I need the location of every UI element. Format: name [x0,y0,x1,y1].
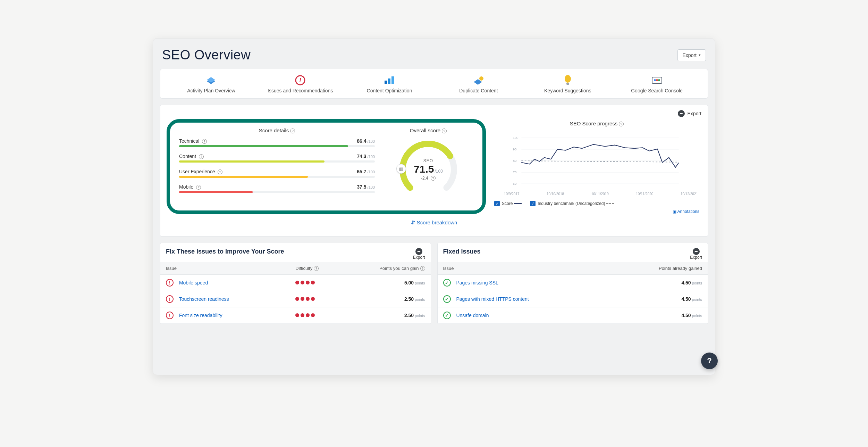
tab-label: Keyword Suggestions [525,88,610,93]
help-icon[interactable]: ? [442,129,447,133]
issue-link[interactable]: Pages missing SSL [456,280,498,285]
table-row: ✓ Pages with mixed HTTPS content 4.50poi… [438,291,708,307]
seo-progress-chart: 10090807060 [494,131,699,190]
tab-label: Duplicate Content [436,88,521,93]
activity-plan-icon [169,74,254,86]
tab-label: Content Optimization [347,88,432,93]
checkbox-icon[interactable]: ✓ [530,201,536,206]
x-tick: 10/9/2017 [504,192,520,196]
bar-fill [179,160,325,163]
col-issue: Issue [443,266,616,271]
check-icon: ✓ [443,279,451,287]
help-icon[interactable]: ? [431,176,436,181]
score-breakdown-link[interactable]: ⇵ Score breakdown [411,220,457,225]
x-axis-labels: 10/9/201710/10/201810/11/201910/11/20201… [494,191,699,196]
bar-track [179,191,375,193]
help-icon[interactable]: ? [619,122,624,126]
card-export[interactable]: ➦ Export [690,248,702,260]
bar-track [179,145,375,147]
help-icon[interactable]: ? [420,266,425,271]
help-icon[interactable]: ? [202,139,207,144]
benchmark-line [521,161,679,162]
points-cell: 4.50points [616,280,702,285]
fix-issues-card: Fix These Issues to Improve Your Score ➦… [160,243,431,324]
bar-value: 65.7/100 [357,169,375,174]
progress-heading: SEO Score progress? [494,121,699,126]
help-icon[interactable]: ? [290,129,295,133]
issue-link[interactable]: Pages with mixed HTTPS content [456,296,529,302]
tab-label: Activity Plan Overview [169,88,254,93]
copies-icon [436,74,521,86]
bar-label: Content ? [179,154,204,159]
legend-score[interactable]: ✓Score [494,201,522,206]
export-label: Export [683,52,697,58]
score-bar-row: User Experience ? 65.7/100 [179,169,375,178]
issues-icon: ! [258,74,343,86]
bar-label: Technical ? [179,138,207,144]
export-shortcut-label[interactable]: Export [688,111,701,116]
checkbox-icon[interactable]: ✓ [494,201,500,206]
issue-link[interactable]: Touchscreen readiness [179,296,229,302]
card-export[interactable]: ➦ Export [413,248,425,260]
annotations-link[interactable]: ▣ Annotations [673,209,699,214]
tab-label: Google Search Console [614,88,699,93]
export-shortcut-icon: ➦ [415,248,422,255]
svg-text:80: 80 [513,159,517,163]
score-bar-row: Technical ? 86.4/100 [179,138,375,147]
fixed-issues-card: Fixed Issues ➦ Export Issue Points alrea… [437,243,708,324]
difficulty-cell [295,296,360,302]
bar-track [179,176,375,178]
tab-duplicate-content[interactable]: Duplicate Content [434,73,523,95]
col-difficulty: Difficulty? [295,266,360,271]
bar-fill [179,145,348,147]
bar-label: User Experience ? [179,169,222,174]
bar-value: 37.5/100 [357,184,375,190]
tab-issues[interactable]: ! Issues and Recommendations [256,73,345,95]
x-tick: 10/11/2020 [636,192,653,196]
seo-overview-window: SEO Overview Export ▾ Activity Plan Over… [153,38,715,375]
tab-keyword-suggestions[interactable]: Keyword Suggestions [523,73,612,95]
col-points: Points already gained [616,266,702,271]
bulb-icon [525,74,610,86]
issue-cell: ! Mobile speed [166,279,295,287]
table-row: ! Touchscreen readiness 2.50points [160,291,431,307]
help-icon[interactable]: ? [314,266,319,271]
issue-link[interactable]: Mobile speed [179,280,208,285]
overall-label: SEO [423,158,433,163]
svg-text:90: 90 [513,147,517,151]
svg-point-14 [658,79,660,81]
overall-value: 71.5/100 [414,163,443,175]
bar-track [179,160,375,163]
export-button[interactable]: Export ▾ [677,49,706,61]
x-tick: 10/11/2019 [591,192,609,196]
svg-point-12 [654,79,656,81]
fix-title: Fix These Issues to Improve Your Score [166,248,284,255]
x-tick: 10/10/2018 [547,192,564,196]
score-panel: ➦ Export Score details? Technical ? 86.4… [160,105,708,237]
overall-score-donut: ▥ SEO 71.5/100 -2.4 ? [397,138,460,201]
tab-search-console[interactable]: Google Search Console [612,73,701,95]
help-icon[interactable]: ? [196,185,201,190]
chevron-down-icon: ▾ [699,53,701,57]
fixed-title: Fixed Issues [443,248,481,255]
score-highlight: Score details? Technical ? 86.4/100 Cont… [167,119,486,214]
tab-activity-plan[interactable]: Activity Plan Overview [167,73,256,95]
alert-icon: ! [166,295,174,303]
issue-link[interactable]: Unsafe domain [456,313,489,318]
col-issue: Issue [166,266,295,271]
points-cell: 2.50points [360,296,425,302]
page-title: SEO Overview [162,48,251,63]
tab-content-optimization[interactable]: Content Optimization [345,73,434,95]
legend-benchmark[interactable]: ✓Industry benchmark (Uncategorized) [530,201,614,206]
help-icon[interactable]: ? [199,154,204,159]
bar-fill [179,176,308,178]
table-row: ✓ Pages missing SSL 4.50points [438,275,708,291]
points-cell: 4.50points [616,313,702,318]
help-icon[interactable]: ? [218,169,222,174]
alert-icon: ! [166,312,174,319]
issue-link[interactable]: Font size readability [179,313,222,318]
export-shortcut-icon[interactable]: ➦ [678,110,685,117]
score-bar-row: Mobile ? 37.5/100 [179,184,375,193]
help-fab-button[interactable]: ? [701,353,718,369]
svg-point-9 [565,75,571,83]
